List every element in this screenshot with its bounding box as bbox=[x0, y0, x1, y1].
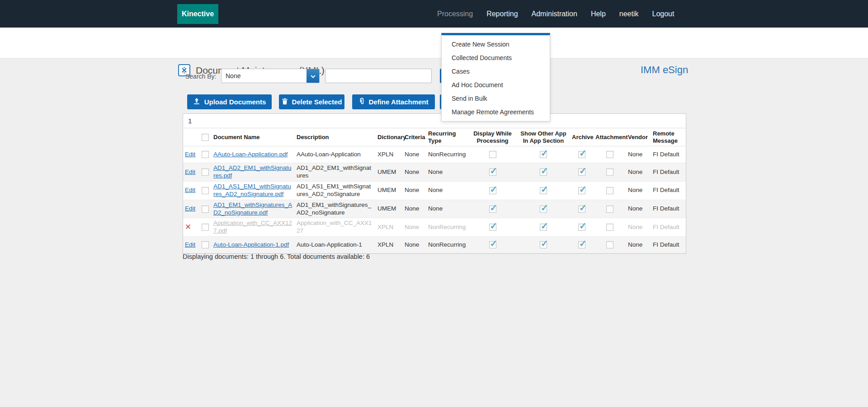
edit-link[interactable]: Edit bbox=[185, 187, 195, 193]
header-show-other-app: Show Other App In App Section bbox=[517, 128, 570, 146]
dictionary-cell: UMEM bbox=[376, 200, 403, 218]
chevron-down-icon bbox=[311, 72, 316, 80]
show-other-app-checkbox[interactable] bbox=[540, 206, 547, 213]
attachment-checkbox[interactable] bbox=[606, 151, 613, 158]
table-row: Edit AD1_AS1_EM1_withSignatures_AD2_noSi… bbox=[183, 181, 686, 200]
archive-checkbox[interactable] bbox=[578, 206, 585, 213]
header-dictionary: Dictionary bbox=[376, 128, 403, 146]
show-other-app-checkbox[interactable] bbox=[540, 151, 547, 158]
description-cell: AD1_AD2_EM1_withSignatures bbox=[295, 163, 376, 182]
archive-checkbox[interactable] bbox=[578, 187, 585, 194]
search-input[interactable] bbox=[325, 69, 432, 83]
kinective-logo[interactable]: Kinective bbox=[177, 4, 218, 24]
upload-documents-label: Upload Documents bbox=[204, 98, 266, 106]
recurring-type-cell: None bbox=[426, 181, 468, 200]
menu-item-manage-remote-agreements[interactable]: Manage Remote Agreements bbox=[442, 105, 550, 119]
search-by-selected-value: None bbox=[222, 69, 307, 83]
attachment-checkbox[interactable] bbox=[606, 224, 613, 231]
search-by-label: Search By: bbox=[185, 73, 216, 80]
vendor-cell: None bbox=[626, 200, 651, 218]
page-number-1[interactable]: 1 bbox=[188, 117, 192, 125]
deleted-x-icon[interactable] bbox=[185, 223, 191, 231]
header-archive: Archive bbox=[570, 128, 594, 146]
archive-checkbox[interactable] bbox=[578, 151, 585, 158]
row-checkbox[interactable] bbox=[202, 151, 209, 158]
display-while-processing-checkbox[interactable] bbox=[489, 241, 496, 248]
nav-item-administration[interactable]: Administration bbox=[532, 10, 577, 18]
display-while-processing-checkbox[interactable] bbox=[489, 168, 496, 176]
show-other-app-checkbox[interactable] bbox=[540, 241, 547, 248]
define-attachment-button[interactable]: Define Attachment bbox=[352, 94, 435, 109]
vendor-cell: None bbox=[626, 146, 651, 163]
remote-message-cell: FI Default bbox=[651, 181, 686, 200]
recurring-type-cell: NonRecurring bbox=[426, 218, 468, 237]
menu-item-send-in-bulk[interactable]: Send in Bulk bbox=[442, 92, 550, 105]
row-checkbox[interactable] bbox=[202, 224, 209, 231]
header-action bbox=[183, 128, 198, 146]
menu-item-cases[interactable]: Cases bbox=[442, 65, 550, 78]
nav-item-reporting[interactable]: Reporting bbox=[486, 10, 518, 18]
delete-selected-button[interactable]: Delete Selected bbox=[279, 94, 344, 109]
pagination-bar: 1 bbox=[183, 114, 686, 128]
vendor-cell: None bbox=[626, 163, 651, 182]
row-checkbox[interactable] bbox=[202, 168, 209, 176]
nav-item-help[interactable]: Help bbox=[591, 10, 606, 18]
row-checkbox[interactable] bbox=[202, 241, 209, 248]
upload-documents-button[interactable]: Upload Documents bbox=[187, 94, 272, 109]
archive-checkbox[interactable] bbox=[578, 241, 585, 248]
recurring-type-cell: None bbox=[426, 200, 468, 218]
recurring-type-cell: NonRecurring bbox=[426, 146, 468, 163]
criteria-cell: None bbox=[403, 181, 426, 200]
display-while-processing-checkbox[interactable] bbox=[489, 206, 496, 213]
page-header: Document Maintenance (XML) IMM eSign bbox=[0, 28, 868, 58]
header-select-all bbox=[198, 128, 212, 146]
remote-message-cell: FI Default bbox=[651, 200, 686, 218]
paperclip-icon bbox=[359, 98, 365, 106]
menu-item-collected-documents[interactable]: Collected Documents bbox=[442, 51, 550, 65]
display-while-processing-checkbox[interactable] bbox=[489, 187, 496, 194]
attachment-checkbox[interactable] bbox=[606, 187, 613, 194]
attachment-checkbox[interactable] bbox=[606, 206, 613, 213]
menu-item-ad-hoc-document[interactable]: Ad Hoc Document bbox=[442, 78, 550, 92]
table-row: Edit AD1_AD2_EM1_withSignatures.pdf AD1_… bbox=[183, 163, 686, 182]
upload-icon bbox=[193, 98, 200, 106]
archive-checkbox[interactable] bbox=[578, 224, 585, 231]
document-name-link[interactable]: Auto-Loan-Application-1.pdf bbox=[213, 241, 289, 248]
document-name-link[interactable]: AD1_EM1_withSignatures_AD2_noSignature.p… bbox=[213, 201, 292, 216]
select-all-checkbox[interactable] bbox=[202, 134, 209, 141]
display-while-processing-checkbox[interactable] bbox=[489, 151, 496, 158]
vendor-cell: None bbox=[626, 237, 651, 253]
header-remote-message: Remote Message bbox=[651, 128, 686, 146]
edit-link[interactable]: Edit bbox=[185, 241, 195, 248]
attachment-checkbox[interactable] bbox=[606, 168, 613, 176]
nav-item-user[interactable]: neetik bbox=[619, 10, 639, 18]
attachment-checkbox[interactable] bbox=[606, 241, 613, 248]
app-name: IMM eSign bbox=[641, 64, 688, 76]
show-other-app-checkbox[interactable] bbox=[540, 224, 547, 231]
nav-item-logout[interactable]: Logout bbox=[652, 10, 675, 18]
select-dropdown-button[interactable] bbox=[307, 69, 319, 83]
document-name-link[interactable]: AD1_AD2_EM1_withSignatures.pdf bbox=[213, 164, 292, 179]
header-vendor: Vendor bbox=[626, 128, 651, 146]
document-name-link[interactable]: AAuto-Loan-Application.pdf bbox=[213, 151, 288, 158]
vendor-cell: None bbox=[626, 181, 651, 200]
table-row-deleted: Application_with_CC_AXX127.pdf Applicati… bbox=[183, 218, 686, 237]
search-by-select[interactable]: None bbox=[221, 69, 320, 83]
display-while-processing-checkbox[interactable] bbox=[489, 224, 496, 231]
description-cell: AAuto-Loan-Application bbox=[295, 146, 376, 163]
show-other-app-checkbox[interactable] bbox=[540, 187, 547, 194]
show-other-app-checkbox[interactable] bbox=[540, 168, 547, 176]
row-checkbox[interactable] bbox=[202, 187, 209, 194]
edit-link[interactable]: Edit bbox=[185, 168, 195, 175]
table-row: Edit AAuto-Loan-Application.pdf AAuto-Lo… bbox=[183, 146, 686, 163]
archive-checkbox[interactable] bbox=[578, 168, 585, 176]
menu-item-create-new-session[interactable]: Create New Session bbox=[442, 37, 550, 51]
row-checkbox[interactable] bbox=[202, 206, 209, 213]
header-attachment: Attachment bbox=[594, 128, 626, 146]
remote-message-cell: FI Default bbox=[651, 237, 686, 253]
edit-link[interactable]: Edit bbox=[185, 205, 195, 212]
edit-link[interactable]: Edit bbox=[185, 151, 195, 158]
document-name-link[interactable]: AD1_AS1_EM1_withSignatures_AD2_noSignatu… bbox=[213, 183, 291, 197]
document-name-link[interactable]: Application_with_CC_AXX127.pdf bbox=[213, 220, 292, 234]
nav-item-processing[interactable]: Processing bbox=[437, 10, 473, 18]
